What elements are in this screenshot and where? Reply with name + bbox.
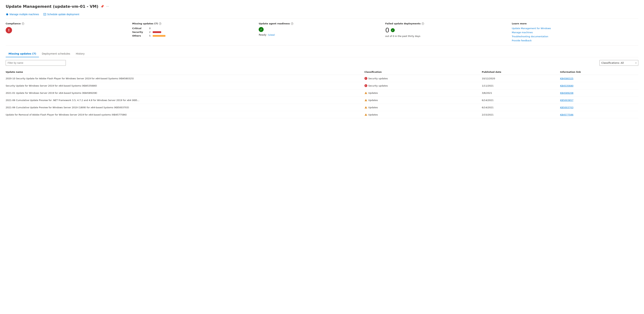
table-row: Security Update for Windows Server 2019 … xyxy=(6,82,638,89)
schedule-deployment-label: Schedule update deployment xyxy=(47,13,79,16)
classification-cell: !Updates xyxy=(364,104,482,111)
failed-deployments-info-icon[interactable]: i xyxy=(422,22,424,25)
kb-article-link[interactable]: KB4577586 xyxy=(560,113,574,116)
warning-icon: ! xyxy=(364,92,367,94)
troubleshooting-link[interactable]: Troubleshooting documentation xyxy=(512,35,633,38)
ready-check-icon: ✓ xyxy=(259,27,264,32)
update-management-windows-link[interactable]: Update Management for Windows xyxy=(512,27,633,30)
update-name-cell: 2021-01 Update for Windows Server 2019 f… xyxy=(6,89,364,97)
failed-count: 0 xyxy=(385,27,390,33)
published-date-cell: 10/12/2020 xyxy=(482,75,560,82)
filter-by-name-input[interactable] xyxy=(6,60,66,66)
security-error-icon: ! xyxy=(364,84,367,87)
table-body: 2020-10 Security Update for Adobe Flash … xyxy=(6,75,638,118)
provide-feedback-link[interactable]: Provide feedback xyxy=(512,39,633,42)
update-name-cell: Security Update for Windows Server 2019 … xyxy=(6,82,364,89)
tabs-section: Missing updates (7) Deployment schedules… xyxy=(6,50,638,57)
published-date-cell: 2/15/2021 xyxy=(482,111,560,118)
missing-critical-row: Critical 0 xyxy=(132,27,253,30)
kb-link-cell: KB5003857 xyxy=(560,97,638,104)
security-error-icon: ! xyxy=(364,77,367,80)
classification-dropdown[interactable]: Classifications: All ▾ xyxy=(600,60,638,66)
compliance-label: Compliance i xyxy=(6,22,126,25)
tab-missing-updates[interactable]: Missing updates (7) xyxy=(6,50,39,57)
missing-others-row: Others 5 xyxy=(132,34,253,37)
failed-subtext: out of 0 in the past thirty days xyxy=(385,35,506,37)
published-date-cell: 6/14/2021 xyxy=(482,97,560,104)
table-row: 2021-06 Cumulative Update Preview for Wi… xyxy=(6,104,638,111)
pin-icon[interactable]: 📌 xyxy=(100,5,104,8)
view-link[interactable]: (view) xyxy=(268,33,275,36)
manage-machines-button[interactable]: Manage multiple machines xyxy=(6,13,39,16)
update-name-cell: 2021-06 Cumulative Update Preview for .N… xyxy=(6,97,364,104)
compliance-error-icon: ! xyxy=(6,27,12,33)
table-row: 2020-10 Security Update for Adobe Flash … xyxy=(6,75,638,82)
failed-deployments-content: 0 ✓ out of 0 in the past thirty days xyxy=(385,27,506,37)
failed-deployments-label: Failed update deployments i xyxy=(385,22,506,25)
col-update-name: Update name xyxy=(6,69,364,75)
more-options-icon[interactable]: ··· xyxy=(106,5,109,8)
security-bar xyxy=(153,31,161,33)
missing-updates-info-icon[interactable]: i xyxy=(159,22,161,25)
kb-link-cell: KB4589208 xyxy=(560,89,638,97)
gear-icon xyxy=(6,13,8,16)
tab-history[interactable]: History xyxy=(73,50,88,57)
warning-icon: ! xyxy=(364,99,367,102)
compliance-info-icon[interactable]: i xyxy=(22,22,24,25)
kb-article-link[interactable]: KB5003703 xyxy=(560,106,574,109)
warning-icon: ! xyxy=(364,106,367,109)
others-bar xyxy=(153,35,166,37)
table-row: Update for Removal of Adobe Flash Player… xyxy=(6,111,638,118)
classification-cell: !Updates xyxy=(364,97,482,104)
updates-table: Update name Classification Published dat… xyxy=(6,69,638,118)
manage-machines-link[interactable]: Manage machines xyxy=(512,31,633,34)
missing-updates-label: Missing updates (7) i xyxy=(132,22,253,25)
agent-readiness-info-icon[interactable]: i xyxy=(291,22,293,25)
table-row: 2021-01 Update for Windows Server 2019 f… xyxy=(6,89,638,97)
kb-link-cell: KB4577586 xyxy=(560,111,638,118)
schedule-deployment-button[interactable]: Schedule update deployment xyxy=(43,13,79,16)
update-name-cell: Update for Removal of Adobe Flash Player… xyxy=(6,111,364,118)
svg-text:!: ! xyxy=(366,107,366,109)
manage-machines-label: Manage multiple machines xyxy=(10,13,39,16)
published-date-cell: 3/8/2021 xyxy=(482,89,560,97)
kb-article-link[interactable]: KB4580325 xyxy=(560,77,574,80)
table-header: Update name Classification Published dat… xyxy=(6,69,638,75)
warning-icon: ! xyxy=(364,113,367,116)
svg-text:!: ! xyxy=(366,114,366,116)
kb-link-cell: KB5003703 xyxy=(560,104,638,111)
agent-readiness-label: Update agent readiness i xyxy=(259,22,380,25)
learn-more-block: Learn more Update Management for Windows… xyxy=(512,22,638,42)
compliance-block: Compliance i ! xyxy=(6,22,132,42)
published-date-cell: 6/14/2021 xyxy=(482,104,560,111)
tab-deployment-schedules[interactable]: Deployment schedules xyxy=(39,50,73,57)
kb-link-cell: KB4535680 xyxy=(560,82,638,89)
kb-article-link[interactable]: KB4589208 xyxy=(560,92,574,94)
classification-cell: !Updates xyxy=(364,111,482,118)
update-name-cell: 2021-06 Cumulative Update Preview for Wi… xyxy=(6,104,364,111)
col-information-link: Information link xyxy=(560,69,638,75)
page-title: Update Management (update-vm-01 - VM) xyxy=(6,4,98,9)
chevron-down-icon: ▾ xyxy=(636,62,636,64)
failed-check-icon: ✓ xyxy=(391,28,395,32)
agent-readiness-block: Update agent readiness i ✓ Ready (view) xyxy=(259,22,385,42)
table-row: 2021-06 Cumulative Update Preview for .N… xyxy=(6,97,638,104)
classification-cell: !Security updates xyxy=(364,82,482,89)
missing-updates-table: Critical 0 Security 2 Others 5 xyxy=(132,27,253,37)
svg-text:!: ! xyxy=(366,100,366,101)
kb-article-link[interactable]: KB4535680 xyxy=(560,84,574,87)
kb-link-cell: KB4580325 xyxy=(560,75,638,82)
learn-more-links: Update Management for Windows Manage mac… xyxy=(512,27,633,42)
classification-cell: !Updates xyxy=(364,89,482,97)
learn-more-label: Learn more xyxy=(512,22,633,25)
classification-cell: !Security updates xyxy=(364,75,482,82)
kb-article-link[interactable]: KB5003857 xyxy=(560,99,574,102)
page-header: Update Management (update-vm-01 - VM) 📌 … xyxy=(6,4,638,9)
missing-updates-block: Missing updates (7) i Critical 0 Securit… xyxy=(132,22,259,42)
col-published-date: Published date xyxy=(482,69,560,75)
summary-section: Compliance i ! Missing updates (7) i Cri… xyxy=(6,22,638,46)
schedule-icon xyxy=(43,13,46,16)
update-name-cell: 2020-10 Security Update for Adobe Flash … xyxy=(6,75,364,82)
toolbar: Manage multiple machines Schedule update… xyxy=(6,13,638,19)
col-classification: Classification xyxy=(364,69,482,75)
